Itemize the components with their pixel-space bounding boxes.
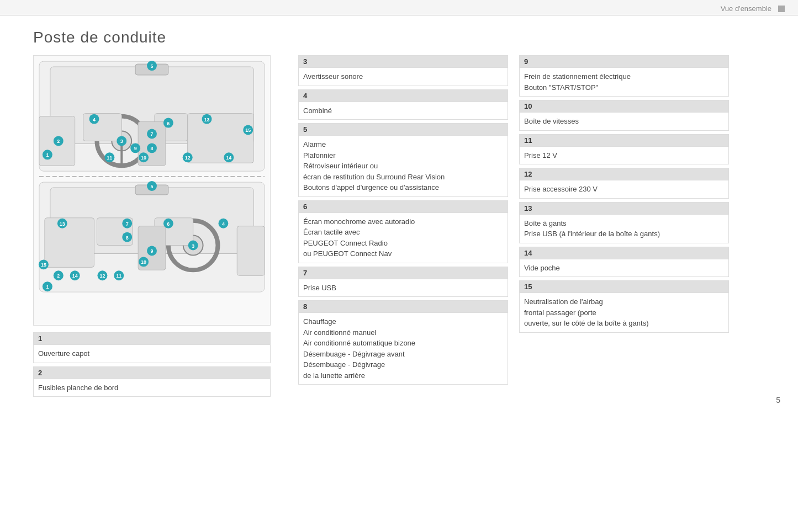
- svg-text:7: 7: [151, 131, 154, 137]
- item-13-text: Boîte à gants Prise USB (à l'intérieur d…: [520, 215, 728, 243]
- page-number: 5: [776, 396, 780, 405]
- svg-text:8: 8: [126, 235, 129, 241]
- item-14-number: 14: [520, 247, 728, 259]
- item-4-text: Combiné: [299, 102, 508, 120]
- item-2-text: Fusibles planche de bord: [34, 379, 270, 397]
- item-6-text: Écran monochrome avec autoradio Écran ta…: [299, 213, 508, 263]
- item-12-text: Prise accessoire 230 V: [520, 180, 728, 198]
- item-11: 11 Prise 12 V: [519, 134, 729, 165]
- svg-text:12: 12: [185, 155, 191, 161]
- item-10-text: Boîte de vitesses: [520, 113, 728, 130]
- item-1-number: 1: [34, 333, 270, 345]
- svg-text:13: 13: [60, 221, 65, 227]
- item-7: 7 Prise USB: [298, 267, 508, 297]
- dashboard-svg: 5 4 6 7 3 8 9 10: [34, 56, 270, 325]
- item-13: 13 Boîte à gants Prise USB (à l'intérieu…: [519, 202, 729, 243]
- svg-text:14: 14: [226, 155, 231, 161]
- item-5: 5 Alarme Plafonnier Rétroviseur intérieu…: [298, 123, 508, 197]
- svg-text:7: 7: [126, 221, 129, 227]
- right-column: 9 Frein de stationnement électrique Bout…: [508, 29, 729, 400]
- item-5-text: Alarme Plafonnier Rétroviseur intérieur …: [299, 136, 508, 196]
- item-12-number: 12: [520, 168, 728, 180]
- item-2-number: 2: [34, 367, 270, 379]
- item-8: 8 Chauffage Air conditionné manuel Air c…: [298, 300, 508, 385]
- item-3: 3 Avertisseur sonore: [298, 55, 508, 86]
- item-13-number: 13: [520, 203, 728, 215]
- item-15: 15 Neutralisation de l'airbag frontal pa…: [519, 280, 729, 333]
- svg-text:1: 1: [46, 284, 49, 290]
- svg-rect-51: [237, 226, 265, 276]
- section-title: Vue d'ensemble: [721, 4, 771, 13]
- svg-text:1: 1: [46, 152, 49, 158]
- svg-text:9: 9: [151, 248, 154, 254]
- item-6-number: 6: [299, 201, 508, 213]
- svg-text:13: 13: [204, 117, 210, 123]
- item-9: 9 Frein de stationnement électrique Bout…: [519, 55, 729, 97]
- svg-text:15: 15: [245, 127, 251, 133]
- item-15-number: 15: [520, 281, 728, 293]
- svg-text:6: 6: [167, 121, 170, 126]
- svg-text:11: 11: [107, 155, 112, 161]
- item-10: 10 Boîte de vitesses: [519, 100, 729, 131]
- item-14: 14 Vide poche: [519, 247, 729, 278]
- svg-text:11: 11: [116, 273, 121, 279]
- svg-text:5: 5: [151, 63, 154, 69]
- section-square: [778, 6, 785, 12]
- item-8-number: 8: [299, 301, 508, 313]
- svg-text:8: 8: [151, 146, 154, 151]
- svg-text:10: 10: [141, 259, 146, 265]
- item-7-text: Prise USB: [299, 279, 508, 297]
- item-12: 12 Prise accessoire 230 V: [519, 168, 729, 199]
- main-content: Poste de conduite: [0, 15, 798, 413]
- svg-text:5: 5: [151, 184, 154, 189]
- svg-text:4: 4: [222, 221, 225, 227]
- svg-text:15: 15: [41, 262, 46, 268]
- svg-text:3: 3: [120, 139, 123, 144]
- item-7-number: 7: [299, 267, 508, 279]
- item-4-number: 4: [299, 90, 508, 102]
- svg-text:2: 2: [57, 273, 60, 279]
- item-3-number: 3: [299, 56, 508, 68]
- svg-text:10: 10: [141, 155, 146, 161]
- item-9-text: Frein de stationnement électrique Bouton…: [520, 68, 728, 96]
- item-10-number: 10: [520, 100, 728, 113]
- item-2: 2 Fusibles planche de bord: [33, 366, 271, 397]
- svg-text:3: 3: [192, 243, 194, 249]
- item-3-text: Avertisseur sonore: [299, 68, 508, 86]
- middle-column: 3 Avertisseur sonore 4 Combiné 5 Alarme …: [287, 29, 508, 400]
- top-bar: Vue d'ensemble: [0, 0, 798, 15]
- item-9-number: 9: [520, 56, 728, 68]
- item-6: 6 Écran monochrome avec autoradio Écran …: [298, 200, 508, 263]
- left-column: Poste de conduite: [33, 29, 287, 400]
- svg-text:14: 14: [72, 273, 78, 279]
- svg-text:4: 4: [93, 117, 96, 123]
- item-5-number: 5: [299, 124, 508, 136]
- svg-text:9: 9: [134, 146, 137, 151]
- svg-text:6: 6: [167, 221, 170, 227]
- svg-rect-50: [45, 218, 94, 268]
- items-left: 1 Ouverture capot 2 Fusibles planche de …: [33, 332, 271, 397]
- svg-rect-6: [83, 114, 122, 141]
- svg-rect-9: [188, 114, 253, 163]
- item-15-text: Neutralisation de l'airbag frontal passa…: [520, 293, 728, 332]
- item-4: 4 Combiné: [298, 89, 508, 120]
- item-8-text: Chauffage Air conditionné manuel Air con…: [299, 313, 508, 384]
- item-14-text: Vide poche: [520, 259, 728, 277]
- item-1-text: Ouverture capot: [34, 345, 270, 363]
- item-11-number: 11: [520, 135, 728, 147]
- dashboard-illustration: 5 4 6 7 3 8 9 10: [33, 55, 271, 326]
- page-title: Poste de conduite: [33, 29, 287, 46]
- svg-text:2: 2: [57, 139, 60, 144]
- item-1: 1 Ouverture capot: [33, 332, 271, 363]
- svg-text:12: 12: [99, 273, 105, 279]
- item-11-text: Prise 12 V: [520, 147, 728, 164]
